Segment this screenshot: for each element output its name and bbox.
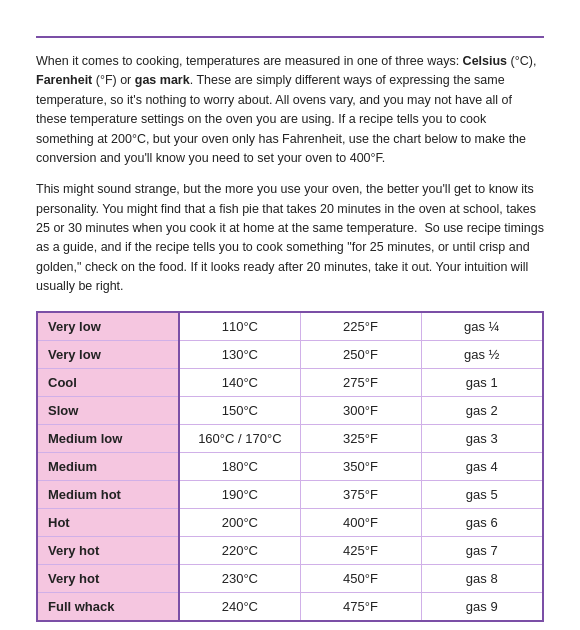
row-gas: gas 4 [421,452,542,480]
table-row: Medium hot 190°C 375°F gas 5 [38,480,542,508]
row-celsius: 160°C / 170°C [179,424,300,452]
row-gas: gas 1 [421,368,542,396]
row-gas: gas ¼ [421,313,542,341]
row-gas: gas ½ [421,340,542,368]
row-gas: gas 3 [421,424,542,452]
row-celsius: 240°C [179,592,300,620]
row-fahrenheit: 250°F [300,340,421,368]
row-fahrenheit: 275°F [300,368,421,396]
row-label: Medium [38,452,179,480]
row-label: Very low [38,340,179,368]
row-fahrenheit: 475°F [300,592,421,620]
row-fahrenheit: 350°F [300,452,421,480]
row-gas: gas 5 [421,480,542,508]
row-celsius: 190°C [179,480,300,508]
title-divider [36,36,544,38]
row-gas: gas 9 [421,592,542,620]
row-celsius: 140°C [179,368,300,396]
row-fahrenheit: 450°F [300,564,421,592]
table-row: Hot 200°C 400°F gas 6 [38,508,542,536]
intro-paragraph-2: This might sound strange, but the more y… [36,180,544,296]
intro-paragraph-1: When it comes to cooking, temperatures a… [36,52,544,168]
row-fahrenheit: 300°F [300,396,421,424]
row-label: Full whack [38,592,179,620]
table-row: Very hot 220°C 425°F gas 7 [38,536,542,564]
row-label: Very hot [38,564,179,592]
row-gas: gas 8 [421,564,542,592]
table-row: Medium 180°C 350°F gas 4 [38,452,542,480]
row-gas: gas 2 [421,396,542,424]
row-celsius: 230°C [179,564,300,592]
table-row: Slow 150°C 300°F gas 2 [38,396,542,424]
page: When it comes to cooking, temperatures a… [0,0,580,630]
row-fahrenheit: 375°F [300,480,421,508]
row-celsius: 110°C [179,313,300,341]
row-label: Cool [38,368,179,396]
row-fahrenheit: 225°F [300,313,421,341]
row-gas: gas 6 [421,508,542,536]
row-fahrenheit: 400°F [300,508,421,536]
row-celsius: 200°C [179,508,300,536]
row-celsius: 150°C [179,396,300,424]
row-label: Very low [38,313,179,341]
table-row: Very low 130°C 250°F gas ½ [38,340,542,368]
table-row: Full whack 240°C 475°F gas 9 [38,592,542,620]
row-fahrenheit: 425°F [300,536,421,564]
row-label: Medium hot [38,480,179,508]
table-row: Cool 140°C 275°F gas 1 [38,368,542,396]
row-label: Very hot [38,536,179,564]
row-celsius: 130°C [179,340,300,368]
row-fahrenheit: 325°F [300,424,421,452]
table-row: Medium low 160°C / 170°C 325°F gas 3 [38,424,542,452]
row-label: Hot [38,508,179,536]
row-celsius: 220°C [179,536,300,564]
row-label: Slow [38,396,179,424]
table-row: Very hot 230°C 450°F gas 8 [38,564,542,592]
row-gas: gas 7 [421,536,542,564]
row-celsius: 180°C [179,452,300,480]
row-label: Medium low [38,424,179,452]
table-row: Very low 110°C 225°F gas ¼ [38,313,542,341]
temperature-table: Very low 110°C 225°F gas ¼ Very low 130°… [36,311,544,622]
